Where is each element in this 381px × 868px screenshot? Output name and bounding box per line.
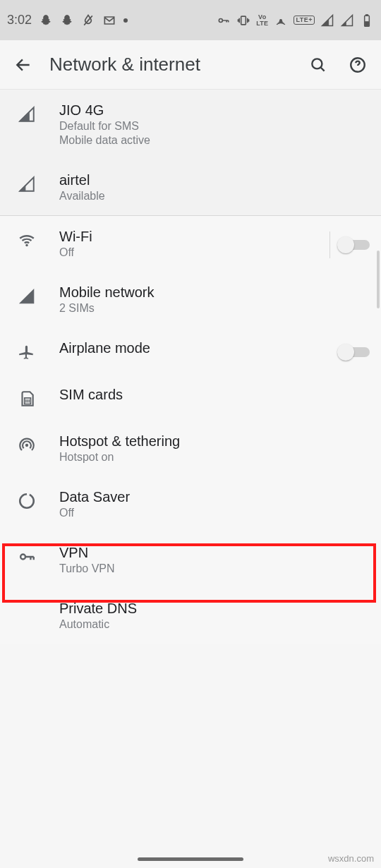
list-item-title: Mobile network [59,284,370,301]
list-item-subtitle: Default for SMS [59,120,370,133]
sim-card-icon [18,390,36,408]
vpn-key-icon [18,548,36,566]
hotspot-icon [274,13,288,28]
svg-point-1 [219,18,223,22]
data-saver-icon [18,492,36,510]
list-item-subtitle: Mobile data active [59,134,370,147]
help-button[interactable] [344,52,371,78]
search-icon [309,56,327,74]
volte-icon: VoLTE [256,14,268,27]
svg-point-12 [20,494,34,508]
list-item-title: Airplane mode [59,340,308,356]
hotspot-icon [18,436,36,454]
svg-rect-2 [241,16,246,25]
setting-data-saver[interactable]: Data Saver Off [0,476,381,532]
svg-rect-6 [365,21,369,25]
help-icon [349,56,367,74]
svg-rect-5 [365,14,368,16]
list-item-subtitle: Turbo VPN [59,562,370,575]
gesture-bar[interactable] [138,857,243,861]
wifi-icon [18,231,36,250]
lte-badge: LTE+ [294,16,315,25]
setting-airplane-mode[interactable]: Airplane mode [0,327,381,374]
settings-list: Wi-Fi Off Mobile network 2 SIMs Airplane… [0,216,381,644]
list-item-title: airtel [59,172,370,188]
page-title: Network & internet [49,54,292,76]
list-item-title: SIM cards [59,387,370,403]
snapchat-icon [39,13,53,28]
list-item-subtitle: Hotspot on [59,451,370,464]
signal-filled-icon [18,287,36,306]
status-time: 3:02 [7,13,32,28]
setting-mobile-network[interactable]: Mobile network 2 SIMs [0,272,381,327]
divider [329,231,330,258]
arrow-left-icon [14,56,32,74]
list-item-title: VPN [59,545,370,561]
airplane-toggle[interactable] [337,343,370,361]
wifi-toggle[interactable] [337,236,370,254]
sim-carriers: JIO 4G Default for SMS Mobile data activ… [0,90,381,215]
list-item-subtitle: Available [59,190,370,203]
list-item-subtitle: Automatic [59,618,370,631]
svg-point-9 [25,244,28,246]
search-button[interactable] [305,52,332,78]
app-bar: Network & internet [0,40,381,90]
watermark: wsxdn.com [328,853,374,864]
list-item-subtitle: 2 SIMs [59,302,370,315]
setting-sim-cards[interactable]: SIM cards [0,374,381,421]
setting-vpn[interactable]: VPN Turbo VPN [0,532,381,588]
airplane-icon [18,343,36,361]
svg-point-11 [25,444,28,447]
back-button[interactable] [10,52,37,78]
list-item-title: Private DNS [59,601,370,617]
list-item-subtitle: Off [59,246,308,259]
battery-icon [360,13,374,28]
status-bar: 3:02 VoLTE LTE+ [0,0,381,40]
notification-dot-icon [123,18,128,23]
list-item-title: Hotspot & tethering [59,433,370,450]
sim-item-jio[interactable]: JIO 4G Default for SMS Mobile data activ… [0,90,381,159]
list-item-subtitle: Off [59,507,370,519]
vpn-key-icon [217,13,231,28]
sim-item-airtel[interactable]: airtel Available [0,159,381,215]
signal-icon [18,105,36,123]
vibrate-icon [236,13,250,28]
list-item-title: Wi-Fi [59,229,308,245]
setting-wifi[interactable]: Wi-Fi Off [0,216,381,272]
gmail-icon [102,13,116,28]
svg-point-13 [20,555,25,560]
signal-icon [320,13,334,28]
list-item-title: Data Saver [59,489,370,505]
signal-icon [18,175,36,193]
setting-hotspot[interactable]: Hotspot & tethering Hotspot on [0,421,381,476]
signal-icon [340,13,354,28]
water-off-icon [81,13,95,28]
list-item-title: JIO 4G [59,102,370,119]
setting-private-dns[interactable]: Private DNS Automatic [0,588,381,644]
snapchat-icon [60,13,74,28]
